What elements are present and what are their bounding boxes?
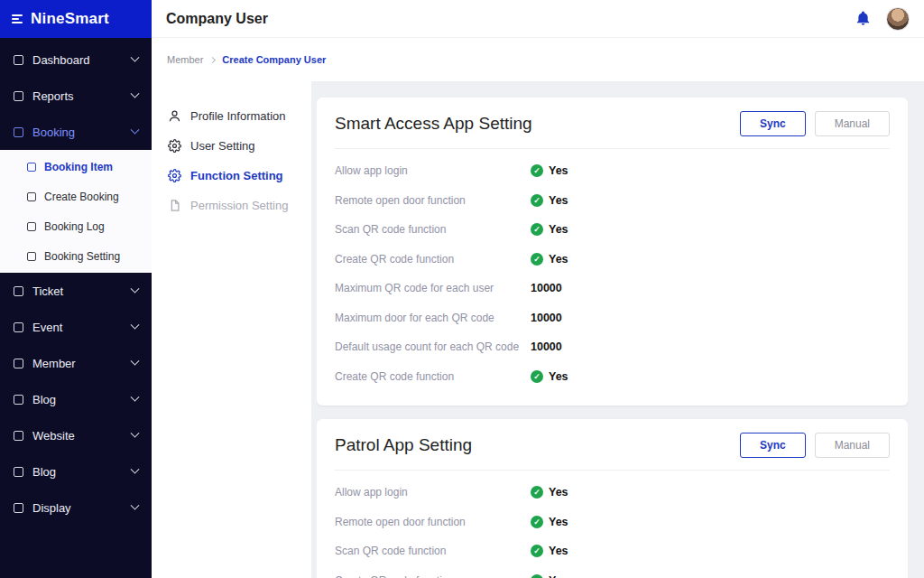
setting-value: ✓Yes [531, 194, 568, 207]
menu-square-icon [14, 91, 23, 101]
menu-square-icon [14, 359, 23, 368]
sidebar-item-display-9[interactable]: Display [0, 489, 152, 526]
setting-label: Remote open door function [335, 516, 531, 528]
sidebar-item-blog-6[interactable]: Blog [0, 381, 152, 417]
setting-value-text: Yes [549, 253, 568, 266]
menu-square-icon [14, 127, 23, 137]
card-header: Smart Access App SettingSyncManual [335, 111, 890, 149]
setting-row: Remote open door function✓Yes [335, 508, 890, 537]
setting-row: Scan QR code function✓Yes [335, 536, 890, 566]
sidebar-subitem-booking-item[interactable]: Booking Item [0, 152, 152, 182]
page-title: Company User [166, 11, 268, 27]
chevron-down-icon [131, 52, 140, 61]
setting-label: Allow app login [335, 164, 531, 177]
document-icon [168, 199, 181, 212]
setting-label: Create QR code function [335, 370, 531, 383]
chevron-down-icon [131, 320, 140, 329]
manual-button[interactable]: Manual [815, 111, 890, 136]
card-header: Patrol App SettingSyncManual [335, 433, 890, 471]
sidebar-item-label: Event [32, 321, 62, 334]
setting-value-text: Yes [549, 223, 568, 236]
sidebar-subitem-create-booking[interactable]: Create Booking [0, 182, 152, 211]
manual-button[interactable]: Manual [815, 433, 890, 458]
setting-label: Maximum QR code for each user [335, 282, 531, 294]
breadcrumb-current: Create Company User [222, 54, 326, 65]
sidebar-item-reports-1[interactable]: Reports [0, 78, 152, 114]
menu-square-icon [14, 322, 23, 332]
sidebar-item-label: Reports [32, 89, 74, 103]
notification-bell-icon[interactable] [855, 10, 872, 27]
setting-label: Scan QR code function [335, 223, 531, 236]
setting-value-text: Yes [549, 164, 568, 177]
subnav-item-function-setting[interactable]: Function Setting [152, 161, 311, 191]
setting-value: ✓Yes [531, 370, 568, 383]
subnav-item-permission-setting[interactable]: Permission Setting [152, 191, 311, 220]
content-area: Profile InformationUser SettingFunction … [152, 81, 924, 578]
chevron-down-icon [131, 464, 140, 473]
user-avatar[interactable] [886, 7, 910, 31]
person-icon [168, 109, 181, 123]
sidebar-item-website-7[interactable]: Website [0, 417, 152, 453]
setting-value-text: Yes [549, 545, 568, 557]
sidebar-item-dashboard-0[interactable]: Dashboard [0, 42, 152, 78]
sync-button[interactable]: Sync [740, 111, 806, 136]
setting-value: ✓Yes [531, 164, 568, 177]
check-circle-icon: ✓ [531, 516, 543, 528]
breadcrumb-chevron-icon [209, 56, 216, 62]
menu-square-icon [14, 55, 23, 65]
sidebar-item-label: Blog [32, 393, 56, 406]
setting-label: Remote open door function [335, 194, 531, 207]
subnav-item-profile-information[interactable]: Profile Information [152, 101, 311, 131]
setting-row: Create QR code function✓Yes [335, 362, 890, 392]
chevron-down-icon [131, 89, 140, 98]
sidebar-item-event-4[interactable]: Event [0, 309, 152, 345]
sidebar-item-booking-2[interactable]: Booking [0, 114, 152, 150]
sidebar-subitem-booking-setting[interactable]: Booking Setting [0, 241, 152, 271]
setting-label: Create QR code function [335, 574, 531, 578]
chevron-down-icon [131, 356, 140, 365]
check-circle-icon: ✓ [531, 164, 543, 177]
top-bar: Company User [152, 0, 924, 38]
sidebar-subitem-label: Booking Setting [44, 250, 120, 263]
chevron-down-icon [131, 428, 140, 437]
chevron-down-icon [131, 500, 140, 509]
sidebar-item-label: Ticket [32, 284, 63, 298]
check-circle-icon: ✓ [531, 370, 543, 383]
setting-value-text: Yes [549, 516, 568, 528]
brand[interactable]: NineSmart [0, 0, 152, 38]
gear-icon [168, 169, 181, 182]
sidebar-item-member-5[interactable]: Member [0, 345, 152, 381]
setting-label: Allow app login [335, 486, 531, 499]
setting-value: 10000 [531, 340, 562, 353]
setting-label: Maximum door for each QR code [335, 312, 531, 324]
setting-value: ✓Yes [531, 545, 568, 557]
setting-row: Scan QR code function✓Yes [335, 215, 890, 245]
sidebar-menu: DashboardReportsBookingBooking ItemCreat… [0, 38, 152, 526]
sidebar-subitem-label: Booking Log [44, 220, 105, 233]
menu-square-icon [14, 467, 23, 477]
setting-row: Default usage count for each QR code1000… [335, 332, 890, 362]
setting-value-text: 10000 [531, 340, 562, 353]
setting-row: Remote open door function✓Yes [335, 186, 890, 216]
card-title: Patrol App Setting [335, 435, 472, 455]
sidebar-item-label: Website [32, 429, 75, 443]
check-circle-icon: ✓ [531, 574, 543, 578]
setting-value-text: Yes [549, 486, 568, 499]
subnav-item-user-setting[interactable]: User Setting [152, 131, 311, 161]
check-circle-icon: ✓ [531, 223, 543, 236]
setting-value: ✓Yes [531, 223, 568, 236]
setting-row: Allow app login✓Yes [335, 156, 890, 186]
sidebar-item-blog-8[interactable]: Blog [0, 453, 152, 489]
sidebar-submenu: Booking ItemCreate BookingBooking LogBoo… [0, 150, 152, 273]
setting-value-text: Yes [549, 370, 568, 383]
check-circle-icon: ✓ [531, 486, 543, 499]
sync-button[interactable]: Sync [740, 433, 806, 458]
sidebar-item-ticket-3[interactable]: Ticket [0, 273, 152, 309]
menu-square-icon [27, 252, 36, 261]
setting-value: 10000 [531, 312, 562, 324]
sidebar-subitem-booking-log[interactable]: Booking Log [0, 211, 152, 241]
check-circle-icon: ✓ [531, 545, 543, 557]
breadcrumb-item[interactable]: Member [167, 54, 203, 65]
subnav-item-label: Function Setting [190, 169, 283, 182]
card-actions: SyncManual [740, 433, 890, 458]
